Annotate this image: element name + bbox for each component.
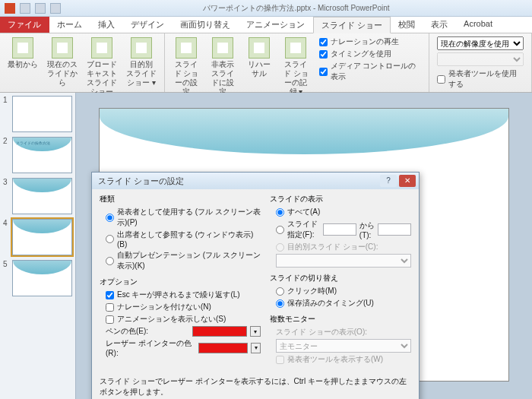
range-to-input[interactable] — [378, 223, 411, 236]
set-up-show-button[interactable]: スライド ショーの設定 — [169, 35, 203, 99]
ribbon-group-start: 最初から 現在のスライドから ブロードキャスト スライド ショー 目的別 スライ… — [0, 33, 165, 92]
checkbox[interactable] — [106, 303, 114, 312]
opt-all[interactable]: すべて(A) — [270, 206, 411, 218]
from-current-button[interactable]: 現在のスライドから — [44, 35, 81, 99]
radio[interactable] — [276, 208, 284, 217]
range-from-input[interactable] — [323, 223, 356, 236]
label: ペンの色(E): — [106, 326, 189, 337]
rehearse-button[interactable]: リハーサル — [242, 35, 276, 99]
thumb-4[interactable]: 4 — [3, 219, 72, 255]
checkbox[interactable] — [437, 75, 445, 84]
chk-no-anim[interactable]: アニメーションを表示しない(S) — [100, 313, 261, 325]
chk-loop[interactable]: Esc キーが押されるまで繰り返す(L) — [100, 289, 261, 301]
chk-no-narr[interactable]: ナレーションを付けない(N) — [100, 301, 261, 313]
tab-design[interactable]: デザイン — [123, 17, 173, 33]
tab-transitions[interactable]: 画面切り替え — [173, 17, 239, 33]
window-title: パワーポイントの操作方法.pptx - Microsoft PowerPoint — [65, 3, 527, 14]
monitor-select[interactable] — [437, 52, 524, 66]
qat-redo-icon[interactable] — [50, 3, 61, 14]
display-on-label: スライド ショーの表示(O): — [270, 326, 411, 338]
checkbox[interactable] — [106, 291, 114, 299]
radio[interactable] — [276, 287, 284, 296]
thumb-5[interactable]: 5 — [3, 260, 72, 296]
checkbox[interactable] — [319, 50, 328, 59]
broadcast-icon — [91, 37, 112, 59]
radio[interactable] — [106, 214, 114, 222]
label: 出席者として参照する (ウィンドウ表示)(B) — [117, 230, 261, 249]
opt-click[interactable]: クリック時(M) — [270, 285, 411, 297]
checkbox[interactable] — [319, 38, 328, 46]
group-options: オプション Esc キーが押されるまで繰り返す(L) ナレーションを付けない(N… — [100, 277, 261, 358]
laser-color-swatch — [198, 343, 249, 353]
chk-media[interactable]: メディア コントロールの表示 — [319, 61, 421, 82]
radio[interactable] — [106, 235, 114, 243]
checkbox[interactable] — [319, 68, 328, 76]
label: ナレーションを付けない(N) — [117, 302, 211, 312]
num: 1 — [3, 96, 9, 132]
qat-undo-icon[interactable] — [35, 3, 46, 14]
opt-window[interactable]: 出席者として参照する (ウィンドウ表示)(B) — [100, 229, 261, 249]
ribbon-group-setup: スライド ショーの設定 非表示スライドに設定 リハーサル スライド ショーの記録… — [165, 33, 429, 92]
record-button[interactable]: スライド ショーの記録 ▾ — [279, 35, 312, 99]
tab-slideshow[interactable]: スライド ショー — [313, 17, 391, 33]
laser-color-dropdown[interactable]: ▾ — [251, 343, 261, 353]
custom-show-icon — [131, 37, 152, 59]
tab-insert[interactable]: 挿入 — [90, 17, 123, 33]
num: 2 — [3, 137, 9, 173]
pen-color-row: ペンの色(E): ▾ — [100, 325, 261, 337]
heading: オプション — [100, 277, 261, 287]
pen-color-dropdown[interactable]: ▾ — [250, 326, 261, 337]
radio[interactable] — [276, 226, 284, 234]
slide-thumbnails[interactable]: 1パワーポイントの操作方法 2スライドの操作方法 3 4 5 — [0, 93, 76, 399]
group-show-slides: スライドの表示 すべて(A) スライド指定(F): から(T): 目的別スライド… — [270, 194, 411, 268]
chk-narration[interactable]: ナレーションの再生 — [319, 36, 421, 47]
hide-slide-button[interactable]: 非表示スライドに設定 — [206, 35, 239, 99]
opt-full[interactable]: 発表者として使用する (フル スクリーン表示)(P) — [100, 206, 261, 229]
dialog-footnote: スライド ショーでレーザー ポインターを表示するには、Ctrl キーを押したまま… — [92, 373, 419, 399]
label: 最初から — [8, 60, 38, 69]
tab-home[interactable]: ホーム — [49, 17, 90, 33]
display-on-select: 主モニター — [276, 339, 411, 353]
tab-file[interactable]: ファイル — [0, 17, 49, 33]
label: から(T): — [359, 220, 375, 239]
ribbon-tabs: ファイル ホーム 挿入 デザイン 画面切り替え アニメーション スライド ショー… — [0, 17, 532, 33]
label: Esc キーが押されるまで繰り返す(L) — [117, 290, 240, 300]
laser-color-row: レーザー ポインターの色(R): ▾ — [100, 337, 261, 358]
num: 5 — [3, 260, 9, 296]
chk-timing[interactable]: タイミングを使用 — [319, 49, 421, 59]
group-advance: スライドの切り替え クリック時(M) 保存済みのタイミング(U) — [270, 273, 411, 309]
from-beginning-button[interactable]: 最初から — [5, 35, 41, 99]
label: リハーサル — [245, 60, 274, 78]
title-bar: パワーポイントの操作方法.pptx - Microsoft PowerPoint — [0, 0, 532, 17]
group-multimon: 複数モニター スライド ショーの表示(O): 主モニター 発表者ツールを表示する… — [270, 314, 411, 366]
label: 発表者ツールを使用する — [448, 68, 524, 90]
clock-icon — [249, 37, 270, 59]
thumb-3[interactable]: 3 — [3, 178, 72, 214]
custom-show-button[interactable]: 目的別 スライド ショー ▾ — [123, 35, 160, 99]
help-icon[interactable]: ? — [380, 175, 397, 187]
close-icon[interactable]: ✕ — [399, 175, 416, 187]
tab-acrobat[interactable]: Acrobat — [456, 17, 501, 33]
opt-custom-show: 目的別スライド ショー(C): — [270, 241, 411, 253]
opt-range[interactable]: スライド指定(F): から(T): — [270, 218, 411, 241]
label: ナレーションの再生 — [331, 36, 399, 47]
label: 現在のスライドから — [46, 60, 78, 87]
tab-animations[interactable]: アニメーション — [239, 17, 313, 33]
label: 発表者ツールを表示する(W) — [287, 354, 383, 365]
qat-save-icon[interactable] — [20, 3, 30, 14]
thumb-1[interactable]: 1パワーポイントの操作方法 — [3, 96, 72, 132]
checkbox[interactable] — [106, 315, 114, 324]
broadcast-button[interactable]: ブロードキャスト スライド ショー — [84, 35, 120, 99]
radio[interactable] — [106, 257, 114, 265]
label: ブロードキャスト スライド ショー — [86, 60, 118, 97]
tab-view[interactable]: 表示 — [423, 17, 456, 33]
chk-presenter-view[interactable]: 発表者ツールを使用する — [437, 68, 524, 90]
label: 自動プレゼンテーション (フル スクリーン表示)(K) — [117, 250, 261, 271]
resolution-select[interactable]: 現在の解像度を使用 — [437, 36, 524, 50]
heading: スライドの表示 — [270, 194, 411, 204]
opt-timing[interactable]: 保存済みのタイミング(U) — [270, 297, 411, 309]
opt-kiosk[interactable]: 自動プレゼンテーション (フル スクリーン表示)(K) — [100, 249, 261, 272]
tab-review[interactable]: 校閲 — [391, 17, 423, 33]
radio[interactable] — [276, 299, 284, 308]
thumb-2[interactable]: 2スライドの操作方法 — [3, 137, 72, 173]
